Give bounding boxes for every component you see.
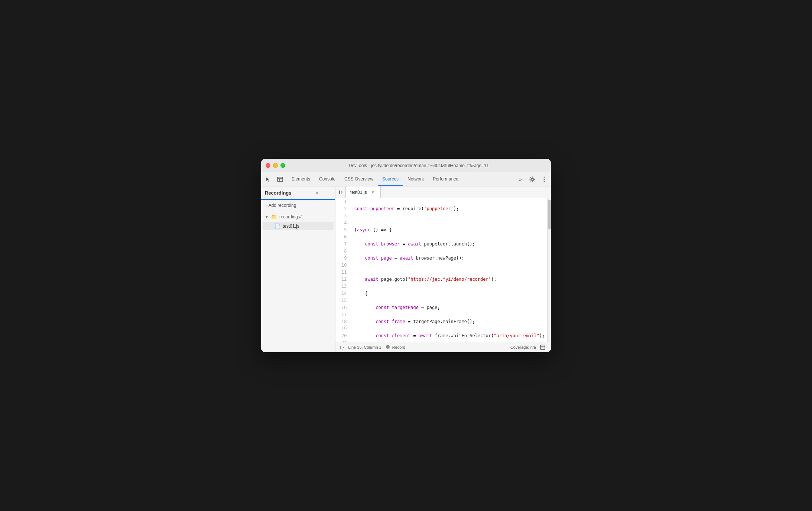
recording-tree: ▼ 📁 recording:// 📄 test01.js [261, 211, 335, 352]
file-item-test01[interactable]: 📄 test01.js [263, 222, 334, 230]
folder-name: recording:// [279, 214, 302, 219]
tab-performance[interactable]: Performance [428, 172, 463, 186]
editor-area: test01.js × 12345 678910 1112131415 1617… [335, 186, 551, 352]
tab-network[interactable]: Network [403, 172, 428, 186]
file-name: test01.js [283, 224, 299, 229]
tab-elements[interactable]: Elements [287, 172, 315, 186]
folder-icon: 📁 [271, 214, 277, 220]
code-scroll-container: 12345 678910 1112131415 1617181920 2122 … [335, 198, 551, 342]
svg-point-6 [544, 181, 545, 182]
editor-tab-bar: test01.js × [335, 186, 551, 198]
format-button[interactable]: { } [340, 345, 344, 349]
close-button[interactable] [266, 163, 270, 168]
window-title: DevTools - jec.fyi/demo/recorder?email=t… [291, 163, 546, 168]
editor-tab-test01[interactable]: test01.js × [346, 186, 381, 198]
tab-sources[interactable]: Sources [378, 172, 403, 186]
sidebar-more-button[interactable]: ⋮ [322, 188, 331, 197]
coverage-label: Coverage: n/a [510, 345, 536, 349]
status-left: { } Line 35, Column 1 Record [340, 345, 405, 349]
sidebar-title: Recordings [265, 190, 313, 196]
svg-rect-7 [339, 191, 340, 194]
dock-icon[interactable] [275, 174, 286, 185]
record-button[interactable]: Record [386, 345, 406, 349]
devtools-window: DevTools - jec.fyi/demo/recorder?email=t… [261, 159, 551, 352]
sidebar-header: Recordings » ⋮ [261, 186, 335, 200]
cursor-position: Line 35, Column 1 [348, 345, 381, 349]
traffic-lights [266, 163, 285, 168]
cursor-icon[interactable] [263, 174, 274, 185]
vertical-scrollbar[interactable] [547, 198, 551, 342]
tab-bar: Elements Console CSS Overview Sources Ne… [261, 172, 551, 186]
more-tabs-button[interactable]: » [515, 174, 526, 185]
svg-point-4 [544, 176, 545, 178]
file-icon: 📄 [275, 223, 280, 229]
record-dot-icon [386, 345, 390, 349]
sidebar: Recordings » ⋮ + Add recording ▼ 📁 recor… [261, 186, 335, 352]
settings-button[interactable] [527, 174, 537, 185]
code-editor[interactable]: 12345 678910 1112131415 1617181920 2122 … [335, 198, 551, 342]
tab-console[interactable]: Console [315, 172, 340, 186]
sidebar-expand-button[interactable]: » [313, 188, 322, 197]
status-bar: { } Line 35, Column 1 Record Coverage: n… [335, 342, 551, 352]
folder-arrow-icon: ▼ [265, 215, 269, 219]
recording-folder[interactable]: ▼ 📁 recording:// [261, 212, 335, 221]
editor-tab-close-button[interactable]: × [370, 189, 376, 195]
code-content: const puppeteer = require('puppeteer'); … [350, 198, 547, 342]
add-recording-button[interactable]: + Add recording [261, 200, 335, 211]
tabbar-right-icons: » [515, 172, 549, 186]
maximize-button[interactable] [280, 163, 285, 168]
scrollbar-thumb[interactable] [548, 200, 551, 230]
editor-tab-filename: test01.js [350, 190, 367, 195]
titlebar: DevTools - jec.fyi/demo/recorder?email=t… [261, 159, 551, 172]
nav-icons [263, 172, 286, 186]
main-area: Recordings » ⋮ + Add recording ▼ 📁 recor… [261, 186, 551, 352]
line-numbers: 12345 678910 1112131415 1617181920 2122 [335, 198, 350, 342]
more-menu-button[interactable] [539, 174, 549, 185]
tab-css-overview[interactable]: CSS Overview [340, 172, 378, 186]
svg-rect-0 [277, 177, 283, 182]
svg-point-5 [544, 179, 545, 180]
status-right: Coverage: n/a [510, 344, 546, 351]
layers-button[interactable] [539, 344, 546, 351]
minimize-button[interactable] [273, 163, 278, 168]
svg-rect-8 [540, 345, 545, 349]
editor-nav-button[interactable] [335, 186, 346, 198]
sidebar-header-icons: » ⋮ [313, 188, 331, 197]
